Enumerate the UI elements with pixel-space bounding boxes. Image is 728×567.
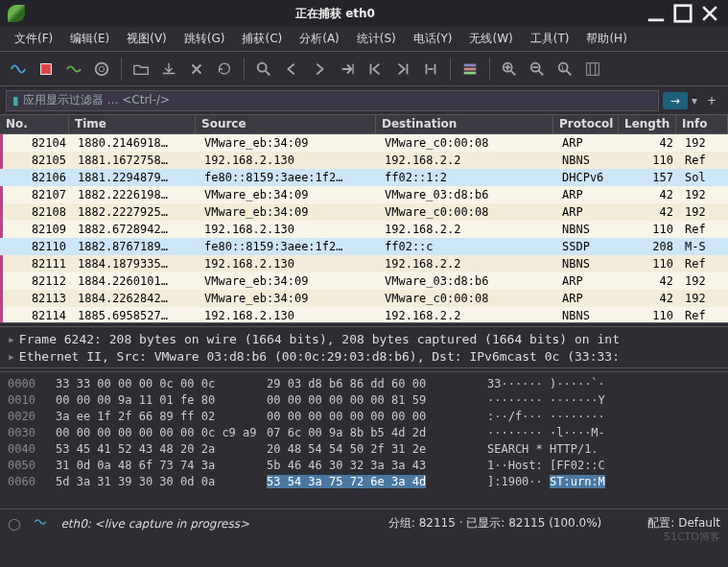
zoom-in-icon[interactable] — [497, 57, 522, 82]
status-bar: ◯ eth0: <live capture in progress> 分组: 8… — [0, 508, 728, 537]
menu-edit[interactable]: 编辑(E) — [61, 28, 118, 50]
packet-list-header: No. Time Source Destination Protocol Len… — [0, 115, 728, 134]
titlebar: 正在捕获 eth0 — [0, 0, 728, 27]
table-row[interactable]: 821121884.2260101…VMware_eb:34:09VMware_… — [0, 272, 728, 290]
menu-analyze[interactable]: 分析(A) — [291, 28, 348, 50]
menu-view[interactable]: 视图(V) — [118, 28, 176, 50]
svg-rect-11 — [428, 68, 433, 70]
capture-file-icon[interactable] — [34, 515, 47, 532]
hex-row[interactable]: 00203a ee 1f 2f 66 89 ff 0200 00 00 00 0… — [8, 409, 720, 425]
col-length[interactable]: Length — [619, 115, 676, 133]
menu-go[interactable]: 跳转(G) — [176, 28, 234, 50]
table-row[interactable]: 821101882.8767189…fe80::8159:3aee:1f2…ff… — [0, 238, 728, 255]
svg-point-4 — [99, 66, 104, 71]
menu-tools[interactable]: 工具(T) — [522, 28, 578, 50]
minimize-button[interactable] — [646, 3, 667, 24]
menu-capture[interactable]: 捕获(C) — [233, 28, 291, 50]
go-to-icon[interactable] — [335, 57, 360, 82]
restart-capture-icon[interactable] — [61, 57, 86, 82]
col-no[interactable]: No. — [0, 115, 69, 133]
menu-file[interactable]: 文件(F) — [6, 28, 61, 50]
menu-telephony[interactable]: 电话(Y) — [405, 28, 461, 50]
table-row[interactable]: 821111884.1879335…192.168.2.130192.168.2… — [0, 255, 728, 272]
dropdown-icon[interactable]: ▾ — [692, 94, 697, 107]
hex-row[interactable]: 005031 0d 0a 48 6f 73 74 3a5b 46 46 30 3… — [8, 458, 720, 474]
go-first-icon[interactable] — [363, 57, 387, 82]
svg-rect-8 — [407, 63, 409, 74]
save-file-icon[interactable] — [156, 57, 181, 82]
hex-row[interactable]: 00605d 3a 31 39 30 30 0d 0a53 54 3a 75 7… — [8, 474, 720, 490]
svg-rect-2 — [41, 63, 52, 74]
filter-apply-button[interactable]: → — [663, 92, 688, 109]
close-file-icon[interactable] — [184, 57, 209, 82]
go-next-icon[interactable] — [307, 57, 332, 82]
table-row[interactable]: 821091882.6728942…192.168.2.130192.168.2… — [0, 221, 728, 238]
menu-wireless[interactable]: 无线(W) — [460, 28, 521, 50]
filter-add-button[interactable]: + — [701, 92, 722, 109]
svg-rect-19 — [587, 62, 599, 75]
zoom-out-icon[interactable] — [525, 57, 550, 82]
toolbar-separator — [121, 58, 122, 81]
menu-help[interactable]: 帮助(H) — [577, 28, 635, 50]
auto-scroll-icon[interactable] — [418, 57, 443, 82]
svg-point-5 — [258, 62, 267, 71]
table-row[interactable]: 821071882.2226198…VMware_eb:34:09VMware_… — [0, 186, 728, 203]
resize-columns-icon[interactable] — [580, 57, 605, 82]
filter-placeholder: 应用显示过滤器 … <Ctrl-/> — [23, 92, 170, 108]
toolbar-separator — [489, 58, 490, 81]
svg-rect-7 — [370, 63, 372, 74]
menubar: 文件(F) 编辑(E) 视图(V) 跳转(G) 捕获(C) 分析(A) 统计(S… — [0, 27, 728, 52]
go-previous-icon[interactable] — [279, 57, 304, 82]
table-row[interactable]: 821051881.1672758…192.168.2.130192.168.2… — [0, 152, 728, 169]
display-filter-input[interactable]: ▮ 应用显示过滤器 … <Ctrl-/> — [6, 90, 659, 111]
svg-point-3 — [96, 62, 108, 75]
watermark: 51CTO博客 — [664, 530, 720, 544]
col-protocol[interactable]: Protocol — [553, 115, 619, 133]
zoom-reset-icon[interactable]: 1 — [552, 57, 577, 82]
bookmark-icon[interactable]: ▮ — [12, 94, 19, 107]
table-row[interactable]: 821041880.2146918…VMware_eb:34:09VMware_… — [0, 134, 728, 152]
svg-rect-1 — [675, 6, 692, 22]
menu-stats[interactable]: 统计(S) — [348, 28, 405, 50]
close-button[interactable] — [699, 3, 720, 24]
table-row[interactable]: 821081882.2227925…VMware_eb:34:09VMware_… — [0, 203, 728, 221]
capture-options-icon[interactable] — [89, 57, 114, 82]
start-capture-icon[interactable] — [6, 57, 31, 82]
svg-rect-10 — [434, 63, 436, 74]
expert-indicator-icon[interactable]: ◯ — [8, 517, 20, 531]
col-time[interactable]: Time — [69, 115, 196, 133]
reload-icon[interactable] — [212, 57, 237, 82]
status-packets: 分组: 82115 · 已显示: 82115 (100.0%) — [388, 515, 601, 532]
hex-row[interactable]: 001000 00 00 9a 11 01 fe 8000 00 00 00 0… — [8, 392, 720, 409]
hex-row[interactable]: 004053 45 41 52 43 48 20 2a20 48 54 54 5… — [8, 441, 720, 458]
maximize-button[interactable] — [672, 3, 693, 24]
svg-rect-13 — [464, 67, 477, 70]
toolbar-separator — [450, 58, 451, 81]
app-logo-icon — [8, 5, 25, 22]
table-row[interactable]: 821061881.2294879…fe80::8159:3aee:1f2…ff… — [0, 169, 728, 186]
col-destination[interactable]: Destination — [376, 115, 553, 133]
table-row[interactable]: 821131884.2262842…VMware_eb:34:09VMware_… — [0, 290, 728, 307]
detail-line: Frame 6242: 208 bytes on wire (1664 bits… — [19, 332, 620, 346]
colorize-icon[interactable] — [458, 57, 482, 82]
svg-rect-0 — [648, 19, 665, 22]
table-row[interactable]: 821141885.6958527…192.168.2.130192.168.2… — [0, 307, 728, 322]
svg-rect-14 — [464, 71, 477, 74]
find-packet-icon[interactable] — [251, 57, 276, 82]
hex-row[interactable]: 003000 00 00 00 00 00 00 0c c9 a907 6c 0… — [8, 425, 720, 441]
stop-capture-icon[interactable] — [34, 57, 59, 82]
packet-list[interactable]: 821041880.2146918…VMware_eb:34:09VMware_… — [0, 134, 728, 322]
expand-icon[interactable]: ▸ — [8, 349, 15, 364]
svg-rect-6 — [352, 63, 353, 74]
hex-view[interactable]: 000033 33 00 00 00 0c 00 0c29 03 d8 b6 8… — [0, 372, 728, 508]
hex-row[interactable]: 000033 33 00 00 00 0c 00 0c29 03 d8 b6 8… — [8, 376, 720, 392]
svg-rect-12 — [464, 63, 477, 66]
open-file-icon[interactable] — [129, 57, 153, 82]
col-info[interactable]: Info — [676, 115, 728, 133]
toolbar-separator — [244, 58, 245, 81]
go-last-icon[interactable] — [390, 57, 415, 82]
packet-details[interactable]: ▸Frame 6242: 208 bytes on wire (1664 bit… — [0, 327, 728, 367]
detail-line: Ethernet II, Src: VMware 03:d8:b6 (00:0c… — [19, 349, 620, 364]
expand-icon[interactable]: ▸ — [8, 332, 15, 346]
col-source[interactable]: Source — [196, 115, 376, 133]
